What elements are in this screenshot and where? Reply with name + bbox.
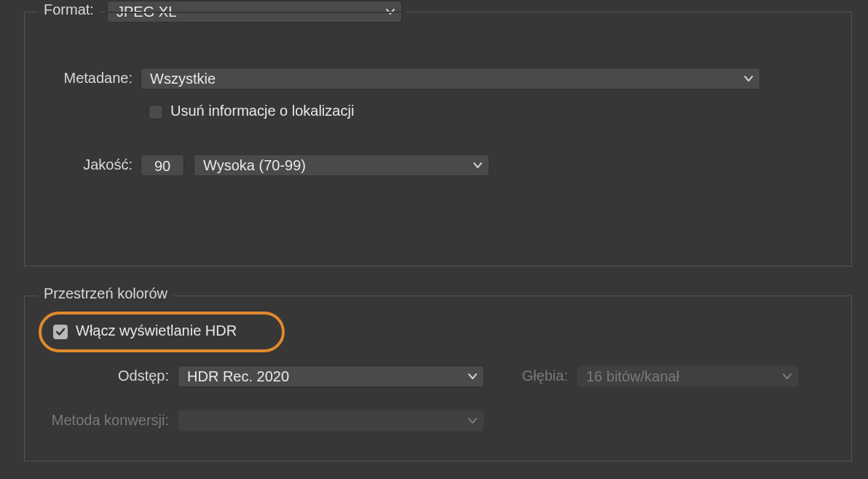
enable-hdr-checkbox[interactable]	[53, 325, 68, 339]
quality-label: Jakość:	[39, 157, 133, 173]
intent-select	[178, 410, 484, 432]
chevron-down-icon	[782, 373, 792, 380]
format-legend: Format:	[38, 1, 100, 18]
remove-location-label: Usuń informacje o lokalizacji	[170, 103, 354, 119]
enable-hdr-label: Włącz wyświetlanie HDR	[76, 322, 237, 339]
quality-preset-select[interactable]: Wysoka (70-99)	[194, 154, 489, 176]
metadata-label: Metadane:	[39, 70, 133, 87]
format-fieldset: Format: JPEG XL Metadane: Wszystkie Usuń…	[24, 12, 852, 266]
colorspace-fieldset: Przestrzeń kolorów Włącz wyświetlanie HD…	[24, 296, 852, 462]
depth-select-value: 16 bitów/kanał	[586, 368, 679, 385]
depth-select: 16 bitów/kanał	[577, 365, 799, 387]
space-select-value: HDR Rec. 2020	[187, 368, 289, 385]
quality-input-value: 90	[154, 158, 170, 174]
quality-input[interactable]: 90	[141, 154, 184, 176]
remove-location-checkbox[interactable]	[149, 105, 163, 119]
metadata-select[interactable]: Wszystkie	[141, 68, 760, 90]
colorspace-legend: Przestrzeń kolorów	[38, 285, 173, 302]
chevron-down-icon	[743, 75, 754, 82]
space-select[interactable]: HDR Rec. 2020	[178, 365, 484, 387]
chevron-down-icon	[467, 373, 478, 380]
check-icon	[55, 328, 66, 336]
metadata-select-value: Wszystkie	[150, 71, 216, 87]
intent-label: Metoda konwersji:	[25, 412, 169, 429]
chevron-down-icon	[467, 417, 478, 424]
space-label: Odstęp:	[68, 368, 169, 384]
chevron-down-icon	[473, 162, 483, 169]
depth-label: Głębia:	[498, 368, 568, 384]
quality-preset-value: Wysoka (70-99)	[203, 157, 306, 174]
